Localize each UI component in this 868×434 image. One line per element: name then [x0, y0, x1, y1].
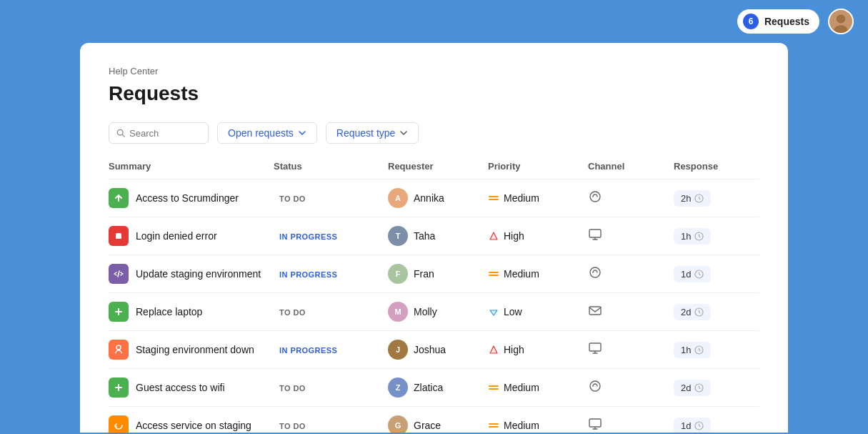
summary-text: Staging environment down [136, 344, 254, 355]
status-badge: TO DO [274, 192, 311, 205]
table-row[interactable]: Staging environment down IN PROGRESS J J… [109, 331, 759, 369]
channel-cell [588, 227, 674, 245]
clock-icon [694, 421, 704, 430]
channel-cell [588, 303, 674, 321]
search-box[interactable] [109, 122, 209, 144]
response-badge: 2d [674, 380, 711, 396]
table-row[interactable]: Access service on staging TO DO G Grace … [109, 407, 759, 433]
priority-medium-icon [488, 384, 499, 391]
search-input[interactable] [129, 128, 201, 139]
status-cell: TO DO [274, 192, 388, 205]
requester-cell: F Fran [388, 264, 488, 284]
channel-email-icon [588, 303, 602, 317]
response-badge: 1h [674, 342, 711, 358]
response-time: 1h [681, 345, 691, 355]
open-requests-filter[interactable]: Open requests [217, 122, 317, 144]
requests-badge-button[interactable]: 6 Requests [737, 9, 819, 34]
priority-high-icon [488, 230, 499, 242]
svg-rect-33 [589, 419, 601, 427]
priority-cell: Medium [488, 382, 588, 393]
priority-label: Medium [504, 382, 539, 393]
channel-cell [588, 265, 674, 283]
svg-point-17 [590, 267, 600, 277]
response-badge: 2d [674, 304, 711, 320]
svg-rect-10 [116, 233, 121, 239]
requester-avatar: G [388, 415, 408, 433]
summary-cell: Guest access to wifi [109, 378, 274, 398]
channel-chat-icon [588, 379, 602, 393]
clock-icon [694, 232, 704, 241]
requester-avatar: T [388, 226, 408, 246]
priority-medium-icon [488, 194, 499, 202]
status-cell: TO DO [274, 381, 388, 395]
clock-icon [694, 345, 704, 355]
summary-text: Access to Scrumdinger [136, 192, 239, 204]
response-time: 2d [681, 383, 691, 393]
response-time: 2d [681, 307, 691, 317]
requester-cell: G Grace [388, 415, 488, 433]
requester-cell: A Annika [388, 188, 488, 208]
status-cell: IN PROGRESS [274, 230, 388, 243]
priority-cell: Medium [488, 268, 588, 280]
status-badge: TO DO [274, 382, 311, 395]
request-type-label: Request type [336, 127, 396, 139]
requester-cell: T Taha [388, 226, 488, 246]
page-title: Requests [109, 82, 759, 105]
requester-name: Zlatica [414, 382, 443, 393]
priority-medium-icon [488, 422, 499, 429]
row-type-icon [109, 340, 129, 360]
status-badge: TO DO [274, 420, 311, 433]
search-icon [116, 128, 125, 138]
filters-bar: Open requests Request type [109, 122, 759, 144]
response-cell: 2d [674, 380, 759, 396]
channel-cell [588, 341, 674, 359]
status-badge: IN PROGRESS [274, 230, 343, 243]
requester-cell: M Molly [388, 302, 488, 322]
status-badge: IN PROGRESS [274, 268, 343, 281]
request-type-filter[interactable]: Request type [326, 122, 419, 144]
clock-icon [694, 307, 704, 317]
svg-point-7 [590, 192, 600, 202]
chevron-down-icon [399, 129, 408, 137]
requester-name: Taha [414, 230, 435, 242]
requester-cell: Z Zlatica [388, 378, 488, 398]
row-type-icon [109, 264, 129, 284]
table-row[interactable]: Access to Scrumdinger TO DO A Annika Med… [109, 179, 759, 217]
priority-cell: High [488, 230, 588, 242]
chevron-down-icon [298, 129, 306, 137]
priority-medium-icon [488, 270, 499, 277]
svg-line-4 [122, 134, 124, 137]
summary-cell: Login denied error [109, 226, 274, 246]
summary-cell: Access service on staging [109, 415, 274, 433]
table-row[interactable]: Replace laptop TO DO M Molly Low 2d [109, 293, 759, 331]
priority-cell: High [488, 344, 588, 355]
requests-count: 6 [743, 14, 759, 29]
summary-cell: Replace laptop [109, 302, 274, 322]
requester-avatar: J [388, 340, 408, 360]
open-requests-label: Open requests [228, 127, 294, 139]
status-badge: TO DO [274, 306, 311, 319]
requester-name: Joshua [414, 344, 446, 355]
table-row[interactable]: Guest access to wifi TO DO Z Zlatica Med… [109, 369, 759, 407]
table-row[interactable]: Update staging environment IN PROGRESS F… [109, 255, 759, 293]
requester-name: Fran [414, 268, 434, 280]
response-time: 1d [681, 420, 691, 431]
svg-point-1 [837, 14, 845, 23]
table-row[interactable]: Login denied error IN PROGRESS T Taha Hi… [109, 217, 759, 255]
th-summary: Summary [109, 161, 274, 172]
svg-rect-20 [589, 307, 601, 315]
response-time: 1h [681, 231, 691, 242]
clock-icon [694, 383, 704, 393]
priority-low-icon [488, 306, 499, 317]
priority-cell: Medium [488, 192, 588, 204]
channel-monitor-icon [588, 227, 602, 242]
response-time: 2h [681, 193, 691, 204]
th-requester: Requester [388, 161, 488, 172]
summary-text: Login denied error [136, 230, 217, 242]
user-avatar[interactable] [828, 9, 854, 34]
channel-cell [588, 189, 674, 207]
summary-text: Update staging environment [136, 268, 261, 280]
status-badge: IN PROGRESS [274, 344, 343, 357]
priority-cell: Low [488, 306, 588, 317]
summary-cell: Update staging environment [109, 264, 274, 284]
